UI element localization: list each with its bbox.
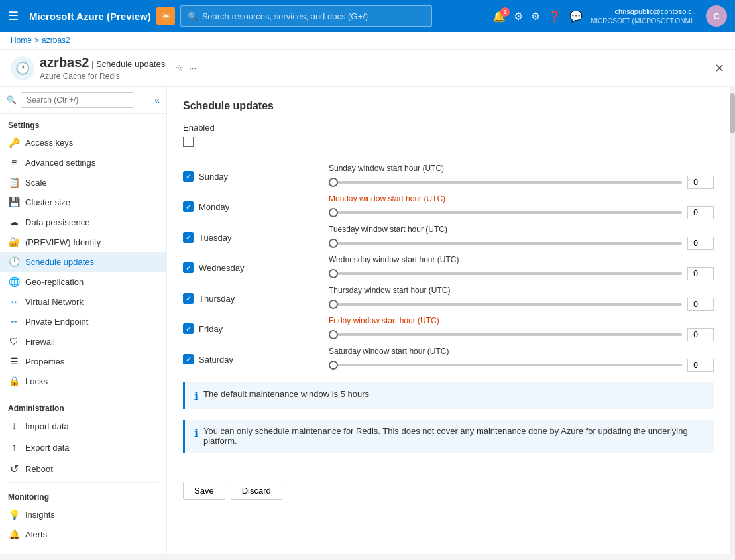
sidebar-item-scale[interactable]: 📋 Scale (0, 172, 166, 192)
day-row-tuesday: ✓ Tuesday Tuesday window start hour (UTC… (183, 225, 714, 250)
friday-value[interactable] (687, 328, 714, 341)
sidebar-item-locks[interactable]: 🔒 Locks (0, 371, 166, 391)
sidebar-label-firewall: Firewall (25, 337, 55, 347)
export-icon: ↑ (8, 441, 20, 453)
vnet-icon: ↔ (8, 296, 20, 307)
sidebar-item-geo-replication[interactable]: 🌐 Geo-replication (0, 272, 166, 292)
sidebar-label-data-persistence: Data persistence (25, 217, 90, 227)
info-icon-2: ℹ (194, 427, 198, 439)
wednesday-slider-thumb[interactable] (329, 269, 338, 278)
search-bar[interactable]: 🔍 Search resources, services, and docs (… (180, 5, 432, 27)
sidebar-item-reboot[interactable]: ↺ Reboot (0, 458, 166, 480)
user-email: chrisqpublic@contoso.c... (614, 7, 698, 16)
sunday-slider-row (329, 176, 714, 189)
sunday-slider-thumb[interactable] (329, 178, 338, 187)
wednesday-checkbox[interactable]: ✓ (183, 262, 194, 273)
sidebar-item-firewall[interactable]: 🛡 Firewall (0, 331, 166, 351)
enabled-checkbox[interactable] (183, 137, 194, 147)
sidebar-item-data-persistence[interactable]: ☁ Data persistence (0, 212, 166, 232)
settings-icon[interactable]: ⚙ (531, 10, 540, 23)
lock-icon: 🔐 (8, 237, 20, 247)
help-icon[interactable]: ❓ (548, 10, 561, 23)
cloud-shell-icon[interactable]: ⚙ (514, 10, 523, 23)
enabled-label: Enabled (183, 123, 714, 133)
sidebar-item-virtual-network[interactable]: ↔ Virtual Network (0, 292, 166, 311)
friday-slider-thumb[interactable] (329, 330, 338, 339)
sidebar-label-virtual-network: Virtual Network (25, 297, 84, 307)
sidebar-item-preview-identity[interactable]: 🔐 (PREVIEW) Identity (0, 232, 166, 252)
main-layout: 🔍 « Settings 🔑 Access keys ≡ Advanced se… (0, 87, 735, 554)
alerts-icon: 🔔 (8, 529, 20, 539)
discard-button[interactable]: Discard (231, 482, 282, 500)
sunday-value[interactable] (687, 176, 714, 189)
scale-icon: 📋 (8, 177, 20, 188)
saturday-checkbox[interactable]: ✓ (183, 354, 194, 364)
saturday-value[interactable] (687, 359, 714, 372)
close-icon[interactable]: ✕ (714, 61, 724, 76)
sunday-checkbox[interactable]: ✓ (183, 171, 194, 182)
monday-checkbox[interactable]: ✓ (183, 201, 194, 212)
breadcrumb-resource[interactable]: azrbas2 (42, 36, 70, 45)
breadcrumb-home[interactable]: Home (11, 36, 32, 45)
notifications-icon[interactable]: 🔔 1 (492, 10, 506, 23)
sidebar-label-locks: Locks (25, 376, 48, 386)
user-info: chrisqpublic@contoso.c... MICROSOFT (MIC… (591, 7, 698, 25)
sidebar-item-access-keys[interactable]: 🔑 Access keys (0, 133, 166, 152)
right-scrollbar[interactable] (730, 87, 735, 554)
info-icon-1: ℹ (194, 390, 198, 402)
info-text-1: The default maintenance window is 5 hour… (203, 389, 369, 399)
sidebar-item-export-data[interactable]: ↑ Export data (0, 437, 166, 458)
friday-slider[interactable] (329, 333, 682, 336)
sidebar-item-insights[interactable]: 💡 Insights (0, 504, 166, 524)
properties-icon: ☰ (8, 356, 20, 366)
tuesday-slider[interactable] (329, 242, 682, 245)
tuesday-slider-thumb[interactable] (329, 239, 338, 248)
sidebar-item-advanced-settings[interactable]: ≡ Advanced settings (0, 152, 166, 172)
tuesday-checkbox[interactable]: ✓ (183, 232, 194, 243)
tuesday-label: Tuesday (199, 233, 252, 243)
saturday-slider[interactable] (329, 364, 682, 366)
search-input[interactable] (21, 92, 133, 108)
insights-icon: 💡 (8, 509, 20, 520)
monday-value[interactable] (687, 206, 714, 219)
sidebar-item-alerts[interactable]: 🔔 Alerts (0, 524, 166, 544)
sidebar-label-reboot: Reboot (25, 464, 53, 474)
hamburger-menu[interactable]: ☰ (8, 9, 19, 23)
monday-slider-thumb[interactable] (329, 208, 338, 217)
scrollbar-thumb (730, 93, 735, 133)
save-button[interactable]: Save (183, 482, 225, 500)
sidebar-item-schedule-updates[interactable]: 🕐 Schedule updates (0, 252, 166, 272)
thursday-slider-thumb[interactable] (329, 300, 338, 309)
sidebar-item-private-endpoint[interactable]: ↔ Private Endpoint (0, 311, 166, 331)
thursday-slider[interactable] (329, 303, 682, 306)
page-header: 🕐 azrbas2 | Schedule updates Azure Cache… (0, 50, 735, 87)
sidebar-item-properties[interactable]: ☰ Properties (0, 351, 166, 371)
monday-slider[interactable] (329, 211, 682, 214)
more-options-icon[interactable]: ··· (189, 63, 196, 73)
sidebar-label-private-endpoint: Private Endpoint (25, 317, 88, 327)
wednesday-slider[interactable] (329, 272, 682, 275)
sidebar-item-cluster-size[interactable]: 💾 Cluster size (0, 192, 166, 212)
tuesday-value[interactable] (687, 237, 714, 250)
sunday-slider[interactable] (329, 181, 682, 184)
thursday-window-label: Thursday window start hour (UTC) (329, 286, 714, 295)
thursday-value[interactable] (687, 298, 714, 311)
info-text-2: You can only schedule maintenance for Re… (203, 426, 705, 446)
sidebar-label-import-data: Import data (25, 421, 69, 431)
feedback-icon[interactable]: 💬 (569, 10, 583, 23)
app-title: Microsoft Azure (Preview) (29, 11, 151, 22)
day-row-wednesday: ✓ Wednesday Wednesday window start hour … (183, 255, 714, 280)
avatar[interactable]: C (706, 5, 727, 27)
section-settings: Settings (0, 114, 166, 133)
content-title: Schedule updates (183, 100, 714, 112)
friday-checkbox[interactable]: ✓ (183, 323, 194, 334)
search-placeholder: Search resources, services, and docs (G+… (202, 11, 368, 21)
wednesday-window-label: Wednesday window start hour (UTC) (329, 255, 714, 264)
thursday-checkbox[interactable]: ✓ (183, 293, 194, 304)
content-area: Schedule updates Enabled ✓ Sunday Sunday… (167, 87, 730, 554)
saturday-slider-thumb[interactable] (329, 361, 338, 370)
collapse-icon[interactable]: « (154, 95, 160, 105)
sidebar-item-import-data[interactable]: ↓ Import data (0, 416, 166, 437)
favorite-icon[interactable]: ☆ (176, 63, 184, 73)
wednesday-value[interactable] (687, 267, 714, 280)
